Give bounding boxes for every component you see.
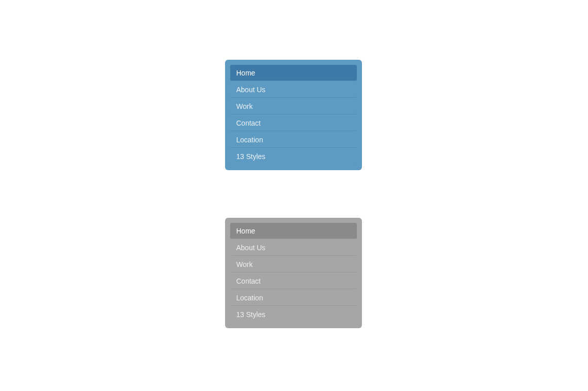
menu-item-13-styles[interactable]: 13 Styles xyxy=(230,148,357,165)
menu-item-label: Contact xyxy=(236,119,261,127)
vertical-menu-blue: Home About Us Work Contact Location 13 S… xyxy=(225,60,362,170)
menu-item-work[interactable]: Work xyxy=(230,98,357,114)
menu-item-label: Home xyxy=(236,69,255,77)
menu-item-13-styles[interactable]: 13 Styles xyxy=(230,306,357,323)
menu-item-label: Work xyxy=(236,260,252,268)
menu-item-about-us[interactable]: About Us xyxy=(230,240,357,256)
menu-item-home[interactable]: Home xyxy=(230,65,357,81)
menu-item-about-us[interactable]: About Us xyxy=(230,82,357,98)
menu-item-location[interactable]: Location xyxy=(230,290,357,306)
menu-item-label: Contact xyxy=(236,277,261,285)
menu-item-contact[interactable]: Contact xyxy=(230,273,357,289)
menu-item-label: 13 Styles xyxy=(236,152,266,161)
menu-item-work[interactable]: Work xyxy=(230,256,357,272)
menu-item-label: Work xyxy=(236,102,252,110)
vertical-menu-gray: Home About Us Work Contact Location 13 S… xyxy=(225,218,362,328)
menu-item-label: Location xyxy=(236,136,263,144)
menu-item-label: About Us xyxy=(236,244,266,252)
menu-item-label: Location xyxy=(236,294,263,302)
menu-item-contact[interactable]: Contact xyxy=(230,115,357,131)
menu-item-label: About Us xyxy=(236,86,266,94)
menu-item-label: Home xyxy=(236,227,255,235)
menu-item-label: 13 Styles xyxy=(236,310,266,319)
menu-item-location[interactable]: Location xyxy=(230,132,357,148)
menu-item-home[interactable]: Home xyxy=(230,223,357,239)
